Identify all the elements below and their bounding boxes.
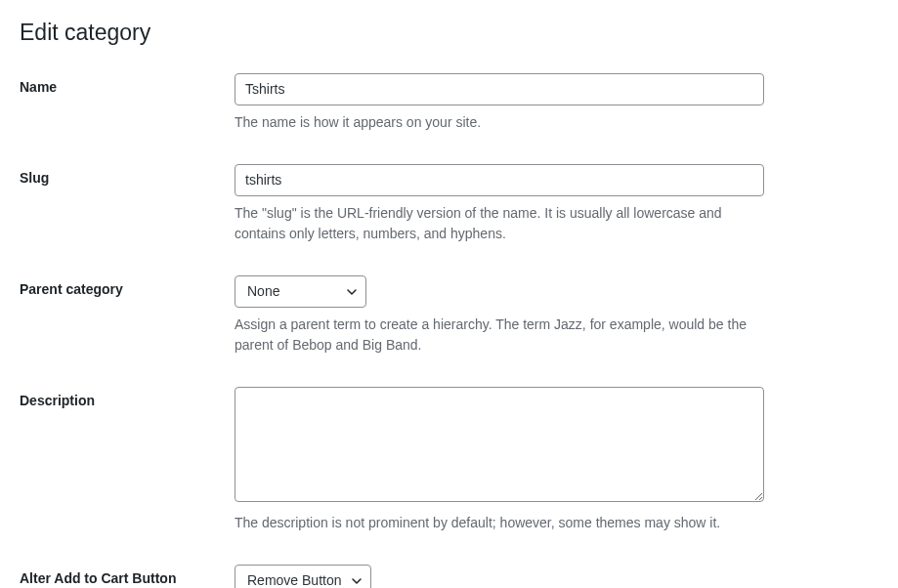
name-help: The name is how it appears on your site. <box>235 112 764 133</box>
parent-select[interactable]: None <box>235 275 366 308</box>
parent-label: Parent category <box>20 275 235 297</box>
form-row-description: Description The description is not promi… <box>20 387 878 533</box>
name-input[interactable] <box>235 73 764 105</box>
parent-help: Assign a parent term to create a hierarc… <box>235 315 764 356</box>
name-label: Name <box>20 73 235 95</box>
slug-label: Slug <box>20 164 235 186</box>
form-row-parent: Parent category None Assign a parent ter… <box>20 275 878 356</box>
page-title: Edit category <box>20 20 878 46</box>
description-label: Description <box>20 387 235 408</box>
slug-help: The "slug" is the URL-friendly version o… <box>235 203 764 244</box>
description-textarea[interactable] <box>235 387 764 502</box>
form-row-alter-cart: Alter Add to Cart Button Remove Button <box>20 565 878 588</box>
form-row-slug: Slug The "slug" is the URL-friendly vers… <box>20 164 878 244</box>
slug-input[interactable] <box>235 164 764 196</box>
description-help: The description is not prominent by defa… <box>235 513 764 533</box>
alter-cart-select[interactable]: Remove Button <box>235 565 371 588</box>
form-row-name: Name The name is how it appears on your … <box>20 73 878 133</box>
alter-cart-label: Alter Add to Cart Button <box>20 565 235 586</box>
